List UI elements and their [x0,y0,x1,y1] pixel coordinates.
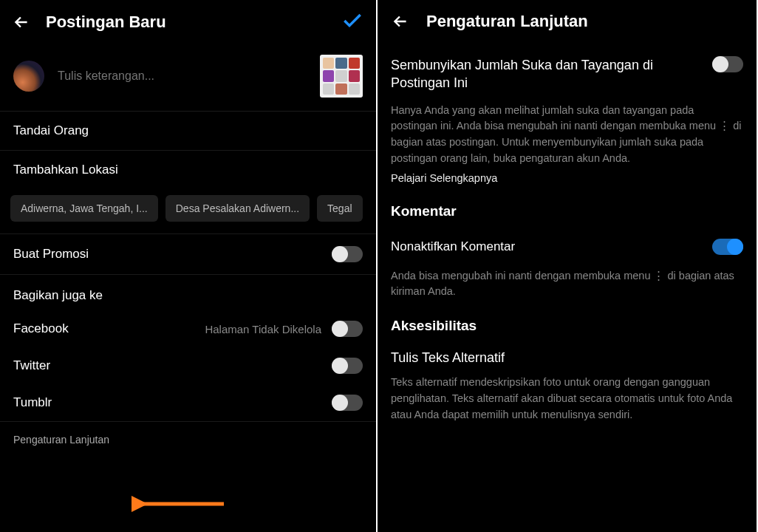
share-twitter-row[interactable]: Twitter [0,347,376,384]
hide-likes-desc: Hanya Anda yang akan melihat jumlah suka… [391,92,743,171]
share-facebook-toggle[interactable] [332,321,363,337]
share-name: Twitter [13,358,50,373]
avatar[interactable] [13,61,44,92]
caption-input[interactable] [58,69,307,83]
back-icon[interactable] [12,13,31,32]
share-tumblr-toggle[interactable] [332,395,363,411]
share-twitter-toggle[interactable] [332,358,363,374]
new-post-header: Postingan Baru [0,0,376,44]
accessibility-section-title: Aksesibilitas [378,304,757,338]
hide-likes-title: Sembunyikan Jumlah Suka dan Tayangan di … [391,56,702,92]
advanced-title: Pengaturan Lanjutan [426,12,588,31]
location-chip[interactable]: Adiwerna, Jawa Tengah, I... [10,195,158,222]
new-post-title: Postingan Baru [46,13,166,32]
tag-people-label: Tandai Orang [13,123,89,138]
tag-people-row[interactable]: Tandai Orang [0,111,376,150]
hide-likes-block: Sembunyikan Jumlah Suka dan Tayangan di … [378,43,757,190]
disable-comments-desc: Anda bisa mengubah ini nanti dengan memb… [378,259,757,305]
new-post-screen: Postingan Baru Tandai Orang Tambahkan Lo… [0,0,378,532]
back-icon[interactable] [391,12,410,31]
annotation-arrow-icon [132,491,228,517]
share-facebook-row[interactable]: Facebook Halaman Tidak Dikelola [0,310,376,347]
promote-label: Buat Promosi [13,247,89,262]
share-tumblr-row[interactable]: Tumblr [0,384,376,421]
location-suggestions: Adiwerna, Jawa Tengah, I... Desa Pesalak… [0,189,376,233]
advanced-settings-link[interactable]: Pengaturan Lanjutan [0,421,376,457]
add-location-row[interactable]: Tambahkan Lokasi [0,150,376,189]
comments-section-title: Komentar [378,190,757,224]
disable-comments-row[interactable]: Nonaktifkan Komentar [378,224,757,259]
learn-more-link[interactable]: Pelajari Selengkapnya [391,172,497,190]
location-chip[interactable]: Desa Pesalakan Adiwern... [165,195,310,222]
hide-likes-toggle[interactable] [712,56,743,72]
alt-text-title[interactable]: Tulis Teks Alternatif [378,338,757,366]
add-location-label: Tambahkan Lokasi [13,163,118,177]
caption-row [0,44,376,111]
advanced-header: Pengaturan Lanjutan [378,0,757,43]
share-name: Facebook [13,321,69,336]
alt-text-desc: Teks alternatif mendeskripsikan foto unt… [378,366,757,427]
post-thumbnail[interactable] [320,55,363,98]
promote-row[interactable]: Buat Promosi [0,233,376,274]
share-name: Tumblr [13,395,52,410]
confirm-check-icon[interactable] [341,9,364,35]
share-to-label: Bagikan juga ke [0,274,376,310]
location-chip[interactable]: Tegal [317,195,362,222]
disable-comments-toggle[interactable] [712,239,743,255]
advanced-settings-screen: Pengaturan Lanjutan Sembunyikan Jumlah S… [378,0,757,532]
disable-comments-label: Nonaktifkan Komentar [391,239,515,254]
share-sub: Halaman Tidak Dikelola [205,323,321,335]
promote-toggle[interactable] [332,246,363,262]
advanced-settings-label: Pengaturan Lanjutan [13,434,109,446]
